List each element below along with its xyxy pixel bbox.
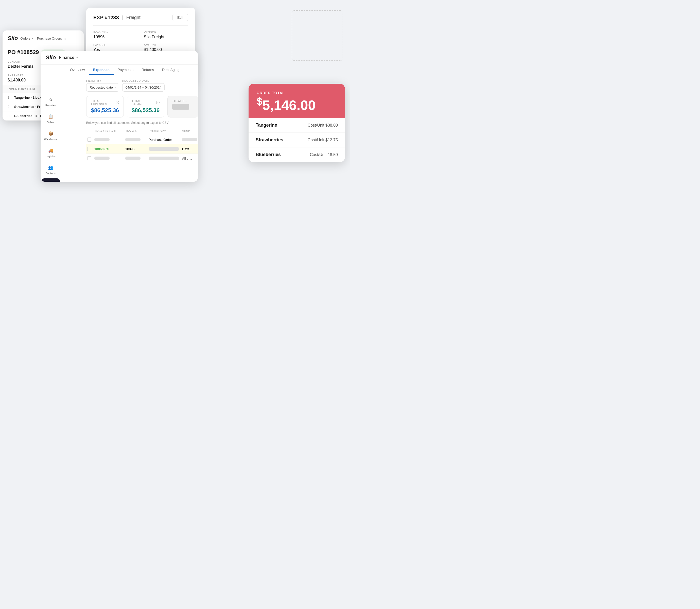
- tab-overview[interactable]: Overview: [66, 65, 89, 75]
- table-row: Purchase Order: [86, 135, 198, 144]
- sidebar-item-contacts[interactable]: 👥 Contacts: [41, 161, 60, 177]
- order-total-label: ORDER TOTAL: [257, 91, 337, 95]
- product-cost-blueberries: Cost/Unit 18.50: [310, 153, 338, 157]
- finance-silo-logo: Silo: [46, 54, 56, 61]
- po-number: PO #108529: [7, 49, 39, 56]
- total-expenses-box: TOTAL EXPENSES i $86,525.36: [86, 95, 124, 118]
- product-row-strawberries: Strawberries Cost/Unit $12.75: [249, 133, 345, 147]
- category-value: Purchase Order: [149, 138, 179, 142]
- table-row[interactable]: 108689 👁 10896 Dext...: [86, 144, 198, 154]
- table-row: All th...: [86, 154, 198, 163]
- nav-star-icon[interactable]: ☆: [64, 37, 67, 40]
- dashed-decoration: [292, 10, 342, 61]
- tab-returns[interactable]: Returns: [138, 65, 158, 75]
- silo-logo: Silo: [7, 35, 18, 41]
- product-cost-tangerine: Cost/Unit $38.00: [308, 123, 338, 128]
- exp-type: Freight: [126, 15, 141, 20]
- product-row-blueberries: Blueberries Cost/Unit 18.50: [249, 147, 345, 162]
- finance-card: Silo Finance ▾ Overview Expenses Payment…: [40, 51, 198, 182]
- finance-sidebar: ☆ Favorites 📋 Orders 📦 Warehouse 🚚 Logis…: [40, 89, 61, 182]
- total-balance-label: TOTAL BALANCE: [132, 100, 155, 106]
- tab-debt-aging[interactable]: Debt Aging: [158, 65, 184, 75]
- vendor-all: All th...: [182, 157, 197, 160]
- contacts-icon: 👥: [47, 164, 54, 171]
- filter-by-label: FILTER BY: [86, 79, 119, 82]
- col-category: CATEGORY: [150, 130, 179, 133]
- order-total-value: $5,146.00: [257, 97, 337, 112]
- sidebar-item-favorites[interactable]: ☆ Favorites: [41, 93, 60, 109]
- order-total-card: ORDER TOTAL $5,146.00 Tangerine Cost/Uni…: [249, 84, 345, 162]
- product-row-tangerine: Tangerine Cost/Unit $38.00: [249, 118, 345, 133]
- sidebar-item-logistics[interactable]: 🚚 Logistics: [41, 144, 60, 160]
- sidebar-label-contacts: Contacts: [46, 172, 56, 175]
- total-expenses-value: $86,525.36: [91, 107, 119, 114]
- sort-icon[interactable]: ⇅: [114, 130, 116, 133]
- date-range-input[interactable]: 04/01/2-24 – 04/30/2024: [122, 83, 165, 92]
- warehouse-icon: 📦: [47, 130, 54, 137]
- invoice-label: INVOICE #: [93, 31, 138, 34]
- info-icon[interactable]: i: [116, 101, 119, 104]
- col-inv: INV # ⇅: [126, 130, 147, 133]
- logistics-icon: 🚚: [47, 147, 54, 154]
- total-balance-3-label: TOTAL B...: [172, 100, 187, 103]
- total-balance-3-box: TOTAL B...: [167, 95, 198, 118]
- sidebar-item-finance[interactable]: $ Finance: [41, 178, 60, 182]
- vendor-label: VENDOR: [144, 31, 188, 34]
- row-checkbox-3[interactable]: [87, 156, 91, 160]
- tab-payments[interactable]: Payments: [114, 65, 138, 75]
- inv-number: 10896: [125, 147, 146, 151]
- requested-date-label: REQUESTED DATE: [122, 79, 165, 82]
- table-description: Below you can find all expenses. Select …: [86, 121, 198, 125]
- chevron-down-icon: ▾: [114, 86, 116, 89]
- dollar-sign: $: [257, 96, 262, 107]
- sidebar-label-warehouse: Warehouse: [44, 138, 57, 141]
- nav-purchase-orders[interactable]: Purchase Orders: [37, 37, 62, 40]
- eye-icon: 👁: [106, 147, 109, 151]
- total-balance-value: $86,525.36: [132, 107, 160, 114]
- row-checkbox-2[interactable]: [87, 147, 91, 151]
- sidebar-item-warehouse[interactable]: 📦 Warehouse: [41, 127, 60, 143]
- total-expenses-label: TOTAL EXPENSES: [91, 100, 115, 106]
- filter-by-select[interactable]: Requested date ▾: [86, 83, 119, 92]
- expenses-label: EXPENSES: [7, 74, 25, 77]
- filter-by-value: Requested date: [90, 86, 113, 89]
- finance-chevron-icon: ▾: [76, 56, 78, 59]
- product-name-tangerine: Tangerine: [256, 123, 277, 128]
- tab-expenses[interactable]: Expenses: [89, 65, 113, 75]
- payable-label: PAYABLE: [93, 44, 138, 47]
- finance-module: Finance: [59, 55, 74, 60]
- date-range-value: 04/01/2-24 – 04/30/2024: [126, 86, 162, 89]
- vendor-value: Silo Freight: [144, 35, 188, 39]
- edit-button[interactable]: Edit: [173, 14, 188, 21]
- sidebar-label-logistics: Logistics: [46, 155, 56, 158]
- nav-chevron-icon: ›: [32, 37, 33, 40]
- po-link[interactable]: 108689: [94, 147, 105, 151]
- sort-icon-2[interactable]: ⇅: [135, 130, 137, 133]
- invoice-value: 10896: [93, 35, 138, 39]
- row-checkbox[interactable]: [87, 138, 91, 142]
- expenses-value: $1,400.00: [7, 78, 25, 83]
- finance-icon: $: [47, 181, 54, 182]
- total-balance-box: TOTAL BALANCE i $86,525.36: [127, 95, 164, 118]
- sidebar-label-favorites: Favorites: [46, 104, 56, 107]
- sidebar-item-orders[interactable]: 📋 Orders: [41, 110, 60, 126]
- amount-label: AMOUNT: [144, 44, 188, 47]
- info-icon-2[interactable]: i: [156, 101, 160, 104]
- nav-orders[interactable]: Orders: [20, 37, 31, 40]
- vendor-short: Dext...: [182, 147, 197, 151]
- product-cost-strawberries: Cost/Unit $12.75: [308, 138, 338, 142]
- orders-icon: 📋: [47, 113, 54, 120]
- col-po-exp: PO # / EXP # ⇅: [95, 130, 123, 133]
- sidebar-label-orders: Orders: [47, 121, 55, 124]
- star-icon: ☆: [47, 96, 54, 103]
- product-name-strawberries: Strawberries: [256, 137, 283, 143]
- product-name-blueberries: Blueberries: [256, 152, 281, 157]
- exp-id: EXP #1233: [93, 15, 119, 20]
- col-vendor: VEND...: [182, 130, 197, 133]
